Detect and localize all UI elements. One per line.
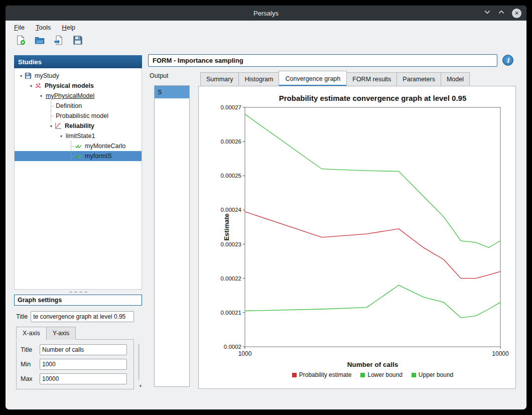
result-tabs: SummaryHistogramConvergence graphFORM re…	[200, 71, 470, 86]
toolbar-save-button[interactable]	[72, 35, 84, 47]
chart-legend: Probability estimateLower boundUpper bou…	[200, 371, 514, 378]
tree-connector	[68, 141, 75, 151]
open-folder-icon	[35, 35, 45, 47]
tree-connector	[48, 111, 55, 121]
chart-canvas: 0.00020.000210.000220.000230.000240.0002…	[200, 88, 514, 371]
tree-item-mystudy[interactable]: ▾myStudy	[15, 71, 142, 81]
close-icon: ✕	[514, 10, 519, 17]
splitter-handle[interactable]	[14, 290, 142, 295]
tree-item-physical-models[interactable]: ▾Physical models	[15, 81, 142, 91]
window-title: Persalys	[253, 10, 279, 17]
tree-item-myphysicalmodel[interactable]: ▾myPhysicalModel	[15, 91, 142, 101]
legend-item-probability-estimate: Probability estimate	[292, 371, 352, 378]
tree-item-mymontecarlo[interactable]: myMonteCarlo	[15, 141, 142, 151]
chevron-down-icon	[484, 9, 491, 18]
expander-icon[interactable]: ▾	[28, 84, 35, 88]
expander-icon[interactable]: ▾	[58, 134, 65, 139]
check-icon	[75, 143, 84, 150]
check-icon	[75, 153, 84, 160]
svg-text:0.0002: 0.0002	[224, 344, 241, 350]
physical-models-icon	[35, 82, 44, 89]
axis-min-input[interactable]	[40, 359, 127, 370]
expander-icon[interactable]: ▾	[18, 74, 25, 78]
svg-text:0.00025: 0.00025	[220, 173, 241, 179]
tab-parameters[interactable]: Parameters	[396, 72, 441, 86]
tree-item-probabilistic-model[interactable]: Probabilistic model	[15, 111, 142, 121]
graph-settings-header: Graph settings	[14, 295, 142, 306]
studies-panel: Studies ▾myStudy▾Physical models▾myPhysi…	[14, 55, 142, 389]
app-window: Persalys ✕ FileToolsHelp Studies ▾myStud…	[6, 6, 526, 409]
legend-swatch	[412, 373, 416, 377]
axis-settings-group: TitleMinMax	[16, 339, 134, 389]
menu-item-help[interactable]: Help	[62, 24, 75, 31]
expander-icon[interactable]: ▾	[38, 94, 45, 98]
menu-item-tools[interactable]: Tools	[36, 24, 51, 31]
scroll-down-icon[interactable]: ▾	[139, 383, 142, 388]
svg-text:0.00023: 0.00023	[220, 241, 241, 247]
scrollbar-track[interactable]	[138, 344, 140, 380]
svg-text:1000: 1000	[238, 350, 252, 357]
tree-item-label: myStudy	[34, 72, 59, 79]
axis-min-label: Min	[21, 361, 36, 368]
convergence-chart: 0.00020.000210.000220.000230.000240.0002…	[200, 88, 514, 387]
tree-item-label: Reliability	[64, 122, 94, 129]
toolbar	[6, 33, 526, 50]
svg-text:0.00027: 0.00027	[220, 104, 241, 110]
svg-text:0.00021: 0.00021	[220, 310, 241, 316]
close-button[interactable]: ✕	[512, 9, 521, 18]
menu-item-file[interactable]: File	[14, 24, 25, 31]
graph-title-input[interactable]	[31, 311, 134, 322]
graph-settings-panel: Graph settings Title X-axisY-axis TitleM…	[14, 295, 142, 389]
legend-item-upper-bound: Upper bound	[412, 371, 453, 378]
tree-item-label: myPhysicalModel	[45, 92, 94, 99]
menubar: FileToolsHelp	[6, 21, 526, 33]
axis-field-row: Title	[21, 344, 129, 355]
tab-x-axis[interactable]: X-axis	[16, 327, 47, 340]
tree-item-label: myMonteCarlo	[84, 143, 125, 150]
legend-swatch	[360, 373, 365, 377]
svg-text:0.00024: 0.00024	[220, 207, 241, 213]
tree-item-definition[interactable]: Definition	[15, 101, 142, 111]
legend-swatch	[292, 373, 297, 377]
toolbar-open-button[interactable]	[34, 35, 46, 47]
expander-icon[interactable]: ▾	[48, 124, 55, 128]
legend-label: Upper bound	[419, 371, 453, 378]
studies-panel-header: Studies	[14, 55, 142, 68]
tab-y-axis[interactable]: Y-axis	[46, 327, 76, 340]
graph-title-label: Title	[16, 313, 28, 320]
info-button[interactable]: i	[502, 55, 513, 66]
axis-max-label: Max	[21, 375, 36, 382]
save-icon	[73, 35, 83, 47]
analysis-title-field[interactable]	[148, 54, 497, 67]
reliability-icon	[55, 122, 64, 129]
tree-item-myformis[interactable]: myformIS	[15, 151, 142, 161]
tab-convergence-graph[interactable]: Convergence graph	[279, 71, 347, 86]
toolbar-new-button[interactable]	[15, 35, 27, 47]
window-controls: ✕	[484, 6, 521, 21]
output-label: Output	[150, 72, 169, 79]
axis-field-row: Max	[21, 373, 129, 384]
screen: Persalys ✕ FileToolsHelp Studies ▾myStud…	[0, 0, 532, 415]
maximize-button[interactable]	[498, 9, 505, 18]
tree-item-reliability[interactable]: ▾Reliability	[15, 121, 142, 131]
svg-text:Estimate: Estimate	[223, 213, 230, 240]
tree-item-label: Definition	[55, 102, 82, 109]
tree-item-label: Physical models	[44, 82, 94, 89]
axis-max-input[interactable]	[40, 373, 127, 384]
tab-summary[interactable]: Summary	[200, 72, 239, 86]
import-script-icon	[54, 35, 64, 47]
svg-text:0.00022: 0.00022	[220, 275, 241, 282]
svg-text:Number of calls: Number of calls	[347, 361, 398, 368]
chevron-up-icon	[498, 9, 505, 18]
new-document-icon	[16, 35, 26, 47]
minimize-button[interactable]	[484, 9, 491, 18]
tab-histogram[interactable]: Histogram	[238, 72, 279, 86]
legend-item-lower-bound: Lower bound	[360, 371, 402, 378]
tab-form-results[interactable]: FORM results	[346, 72, 397, 86]
axis-title-input[interactable]	[40, 344, 127, 355]
info-icon: i	[507, 57, 509, 64]
output-item-s[interactable]: S	[155, 86, 189, 98]
tree-item-limitstate1[interactable]: ▾limitState1	[15, 131, 142, 141]
toolbar-import-button[interactable]	[53, 35, 65, 47]
tab-model[interactable]: Model	[441, 72, 470, 86]
